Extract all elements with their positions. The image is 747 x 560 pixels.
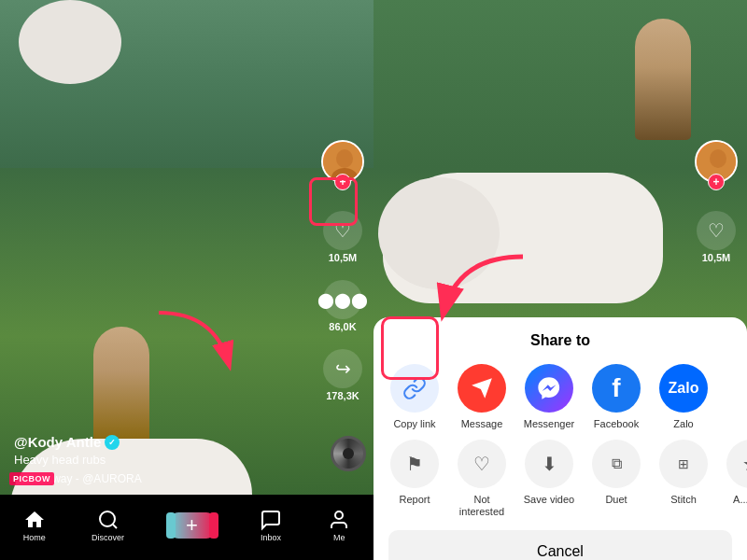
report-label: Report — [399, 494, 430, 506]
nav-add[interactable]: + — [171, 512, 214, 539]
nav-inbox-label: Inbox — [261, 533, 281, 542]
share-facebook[interactable]: f Facebook — [583, 364, 650, 430]
tiger-head-right — [378, 177, 500, 289]
message-icon — [458, 364, 506, 413]
svg-point-4 — [100, 511, 115, 526]
cancel-button[interactable]: Cancel — [388, 530, 732, 560]
add-video-button[interactable]: + — [171, 512, 214, 539]
share-sheet: Share to Copy link — [374, 317, 747, 560]
nav-home[interactable]: Home — [23, 509, 46, 542]
verify-badge: ✓ — [105, 435, 120, 450]
nav-me-label: Me — [333, 533, 345, 542]
messenger-label: Messenger — [524, 418, 574, 430]
stitch-icon: ⊞ — [659, 440, 708, 488]
share-row-2: ⚑ Report ♡ Notinterested ⬇ Save video ⧉ … — [374, 440, 747, 518]
share-not-interested[interactable]: ♡ Notinterested — [448, 440, 515, 518]
right-actions-right: + ♡ 10,5M — [695, 140, 738, 263]
report-icon: ⚑ — [390, 440, 439, 488]
bottom-navigation: Home Discover + Inbox Me — [0, 495, 374, 560]
person-right — [635, 19, 691, 140]
svg-point-6 — [335, 511, 343, 519]
zalo-label: Zalo — [673, 418, 693, 430]
add-fav-label: A... Fav — [733, 494, 747, 506]
share-stitch[interactable]: ⊞ Stitch — [650, 440, 717, 518]
share-zalo[interactable]: Zalo Zalo — [650, 364, 717, 430]
right-video-panel: + ♡ 10,5M Share to — [374, 0, 747, 560]
video-info: @Kody Antle ✓ Heavy head rubs ♪ Runaway … — [14, 434, 308, 485]
music-info: ♪ Runaway - @AURORA — [14, 471, 308, 485]
heart-icon-right: ♡ — [697, 211, 736, 250]
save-video-icon: ⬇ — [525, 440, 573, 488]
description: Heavy head rubs — [14, 453, 308, 467]
follow-button-right[interactable]: + — [708, 174, 725, 190]
share-report[interactable]: ⚑ Report — [381, 440, 448, 518]
facebook-icon: f — [592, 364, 641, 413]
share-icon: ↪ — [323, 349, 362, 388]
not-interested-label: Notinterested — [459, 494, 504, 518]
svg-line-5 — [112, 524, 116, 527]
svg-point-1 — [336, 149, 353, 168]
share-highlight-box — [309, 177, 358, 226]
nav-discover-label: Discover — [92, 533, 124, 542]
not-interested-icon: ♡ — [458, 440, 506, 488]
message-label: Message — [461, 418, 503, 430]
share-save-video[interactable]: ⬇ Save video — [515, 440, 583, 518]
music-disc-center — [343, 448, 354, 459]
stitch-label: Stitch — [670, 494, 697, 506]
like-count-right: 10,5M — [702, 252, 731, 263]
comment-count: 86,0K — [329, 321, 356, 332]
avatar-container-right[interactable]: + — [695, 140, 738, 183]
right-actions: + ♡ 10,5M ⬤⬤⬤ 86,0K ↪ 178,3K — [321, 140, 364, 401]
comment-icon: ⬤⬤⬤ — [323, 280, 362, 319]
share-duet[interactable]: ⧉ Duet — [583, 440, 650, 518]
nav-me[interactable]: Me — [328, 509, 350, 542]
share-message[interactable]: Message — [448, 364, 515, 430]
watermark: PICBOW — [9, 472, 54, 485]
comment-button[interactable]: ⬤⬤⬤ 86,0K — [323, 280, 362, 332]
like-button-right[interactable]: ♡ 10,5M — [697, 211, 736, 263]
messenger-icon — [525, 364, 573, 413]
share-button[interactable]: ↪ 178,3K — [323, 349, 362, 401]
left-video-panel: + ♡ 10,5M ⬤⬤⬤ 86,0K ↪ 178,3K @Kody Antle… — [0, 0, 374, 560]
share-add-fav[interactable]: ★ A... Fav — [717, 440, 747, 518]
svg-point-8 — [710, 149, 726, 168]
music-disc — [331, 436, 366, 471]
duet-label: Duet — [605, 494, 627, 506]
copy-link-highlight — [381, 316, 439, 380]
nav-inbox[interactable]: Inbox — [260, 509, 282, 542]
person-left — [93, 327, 149, 439]
like-count: 10,5M — [329, 252, 358, 263]
tiger-head-left — [19, 0, 121, 84]
share-messenger[interactable]: Messenger — [515, 364, 583, 430]
share-count: 178,3K — [326, 390, 359, 401]
add-fav-icon: ★ — [726, 440, 747, 488]
facebook-label: Facebook — [594, 418, 639, 430]
nav-home-label: Home — [23, 533, 46, 542]
duet-icon: ⧉ — [592, 440, 641, 488]
nav-discover[interactable]: Discover — [92, 509, 124, 542]
copy-link-label: Copy link — [393, 418, 435, 430]
save-video-label: Save video — [524, 494, 574, 506]
username: @Kody Antle ✓ — [14, 434, 308, 450]
zalo-icon: Zalo — [659, 364, 708, 413]
